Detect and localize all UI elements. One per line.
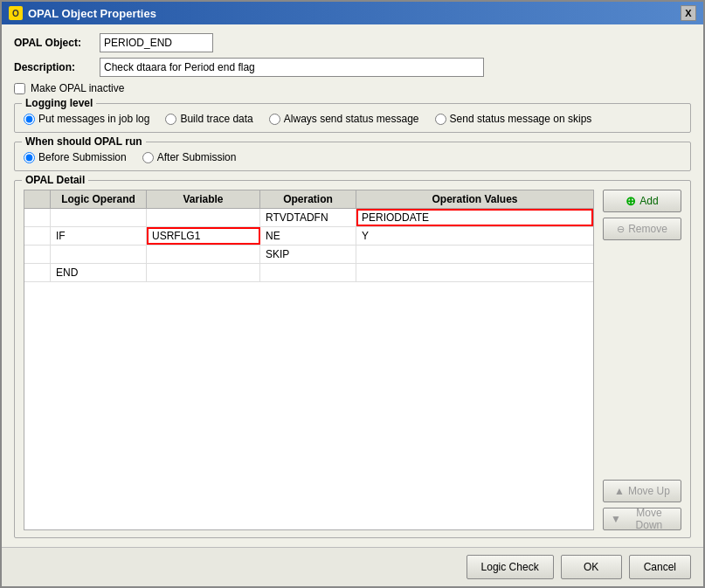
move-up-button[interactable]: ▲ Move Up (603, 480, 681, 502)
col-header-3: Operation (260, 190, 356, 208)
logging-level-group: Logging level Put messages in job log Bu… (14, 103, 691, 133)
add-button[interactable]: ⊕ Add (603, 190, 681, 212)
remove-button[interactable]: ⊖ Remove (603, 218, 681, 240)
logging-label-3: Always send status message (284, 113, 419, 125)
table-row[interactable]: SKIP (24, 246, 593, 264)
opal-object-row: OPAL Object: (14, 33, 691, 52)
logging-level-options: Put messages in job log Build trace data… (24, 113, 681, 125)
ok-button[interactable]: OK (561, 555, 622, 579)
when-run-label-1: Before Submission (38, 151, 127, 163)
col-header-0 (24, 190, 51, 208)
move-down-button[interactable]: ▼ Move Down (603, 508, 681, 530)
logging-label-4: Send status message on skips (450, 113, 592, 125)
logging-radio-3[interactable] (269, 114, 280, 125)
table-row[interactable]: RTVDTADFN PERIODDATE (24, 209, 593, 227)
col-header-1: Logic Operand (51, 190, 147, 208)
move-buttons: ▲ Move Up ▼ Move Down (603, 480, 681, 530)
opal-detail-group: OPAL Detail Logic Operand Variable Opera… (14, 180, 691, 538)
opal-object-input[interactable] (100, 33, 213, 52)
logging-label-2: Build trace data (180, 113, 252, 125)
close-button[interactable]: X (681, 5, 696, 21)
row1-col4: PERIODDATE (356, 209, 593, 226)
logging-option-2: Build trace data (165, 113, 252, 125)
make-inactive-row: Make OPAL inactive (14, 82, 691, 94)
opal-detail-table: Logic Operand Variable Operation Operati… (24, 190, 594, 530)
row3-col4 (356, 246, 593, 263)
make-inactive-checkbox[interactable] (14, 83, 25, 94)
row4-col1: END (51, 264, 147, 281)
down-arrow-icon: ▼ (611, 513, 621, 525)
logging-option-1: Put messages in job log (24, 113, 149, 125)
dialog: O OPAL Object Properties X OPAL Object: … (0, 0, 705, 588)
description-row: Description: (14, 58, 691, 77)
when-run-label-2: After Submission (157, 151, 237, 163)
row3-col3: SKIP (260, 246, 356, 263)
col-header-4: Operation Values (356, 190, 593, 208)
title-bar: O OPAL Object Properties X (2, 2, 703, 24)
row2-col2: USRFLG1 (147, 227, 260, 245)
logging-radio-1[interactable] (24, 114, 35, 125)
when-run-options: Before Submission After Submission (24, 151, 681, 163)
when-run-group: When should OPAL run Before Submission A… (14, 142, 691, 171)
when-run-radio-1[interactable] (24, 152, 35, 163)
opal-detail-legend: OPAL Detail (22, 174, 88, 186)
side-buttons: ⊕ Add ⊖ Remove ▲ Move Up ▼ (603, 190, 681, 530)
logging-level-legend: Logging level (22, 97, 96, 109)
detail-inner: Logic Operand Variable Operation Operati… (24, 190, 681, 530)
row3-col0 (24, 246, 51, 263)
logging-label-1: Put messages in job log (38, 113, 149, 125)
description-input[interactable] (100, 58, 484, 77)
logic-check-button[interactable]: Logic Check (467, 555, 554, 579)
when-run-option-1: Before Submission (24, 151, 127, 163)
logging-radio-2[interactable] (165, 114, 176, 125)
cancel-button[interactable]: Cancel (629, 555, 691, 579)
row1-col2 (147, 209, 260, 226)
when-run-option-2: After Submission (142, 151, 237, 163)
row2-col0 (24, 227, 51, 245)
description-label: Description: (14, 61, 93, 73)
when-run-radio-2[interactable] (142, 152, 154, 163)
dialog-content: OPAL Object: Description: Make OPAL inac… (2, 24, 703, 547)
table-body: RTVDTADFN PERIODDATE IF USRFLG1 NE Y (24, 209, 593, 282)
row2-col3: NE (260, 227, 356, 245)
row1-col1 (51, 209, 147, 226)
logging-option-4: Send status message on skips (435, 113, 592, 125)
plus-icon: ⊕ (626, 194, 636, 208)
up-arrow-icon: ▲ (614, 485, 625, 497)
table-header: Logic Operand Variable Operation Operati… (24, 190, 593, 209)
row3-col1 (51, 246, 147, 263)
table-row[interactable]: IF USRFLG1 NE Y (24, 227, 593, 246)
dialog-title: OPAL Object Properties (28, 7, 156, 20)
row1-col3: RTVDTADFN (260, 209, 356, 226)
dialog-footer: Logic Check OK Cancel (2, 547, 703, 586)
logging-radio-4[interactable] (435, 114, 446, 125)
row3-col2 (147, 246, 260, 263)
row1-col0 (24, 209, 51, 226)
row2-col1: IF (51, 227, 147, 245)
remove-icon: ⊖ (617, 224, 625, 235)
make-inactive-label: Make OPAL inactive (31, 82, 124, 94)
row4-col3 (260, 264, 356, 281)
table-row[interactable]: END (24, 264, 593, 282)
col-header-2: Variable (147, 190, 260, 208)
logging-option-3: Always send status message (269, 113, 419, 125)
opal-object-label: OPAL Object: (14, 37, 93, 49)
row4-col4 (356, 264, 593, 281)
row2-col4: Y (356, 227, 593, 245)
row4-col2 (147, 264, 260, 281)
when-run-legend: When should OPAL run (22, 135, 146, 148)
row4-col0 (24, 264, 51, 281)
title-icon: O (9, 6, 23, 20)
